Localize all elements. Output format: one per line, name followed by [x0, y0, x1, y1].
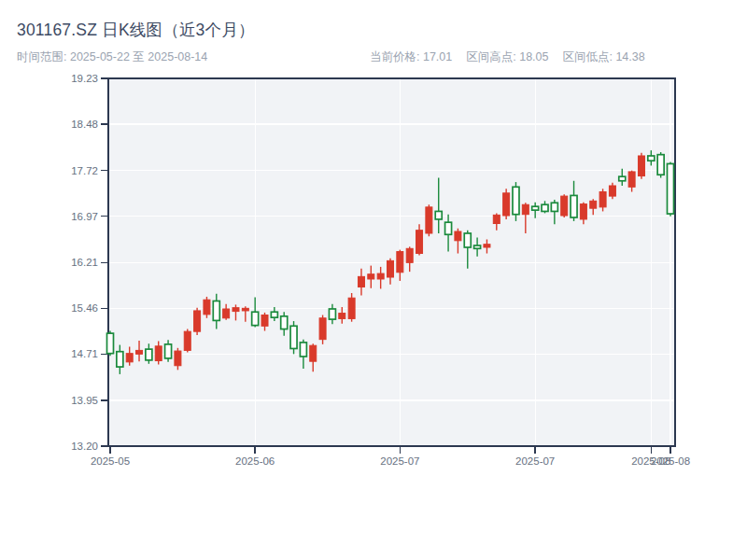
candle-body: [126, 354, 133, 362]
candle-body: [300, 343, 306, 357]
candle-body: [165, 344, 172, 358]
candle-body: [213, 301, 219, 320]
candle-body: [271, 312, 277, 317]
candle-body: [377, 273, 384, 279]
candle-body: [638, 156, 644, 176]
candle-body: [136, 350, 143, 354]
candle-body: [532, 206, 539, 210]
candle-body: [484, 245, 490, 247]
candle-body: [668, 163, 674, 214]
candle-body: [426, 207, 432, 233]
candle-body: [464, 233, 471, 247]
y-axis-label: 16.21: [71, 257, 98, 268]
y-axis-label: 19.23: [71, 73, 98, 84]
x-axis-label: 2025-08: [651, 455, 690, 467]
candle-body: [368, 274, 374, 279]
candle-body: [348, 298, 355, 318]
candle-body: [310, 345, 317, 361]
y-axis-label: 13.95: [71, 395, 98, 406]
candle-body: [155, 346, 162, 361]
candle-body: [233, 308, 239, 312]
candle-body: [319, 318, 326, 340]
candle-body: [503, 193, 510, 216]
candle-body: [561, 196, 568, 216]
candle-body: [513, 187, 519, 214]
candle-body: [261, 315, 268, 327]
candle-body: [242, 308, 248, 311]
candle-body: [474, 245, 481, 248]
candle-body: [339, 314, 345, 319]
candle-body: [542, 204, 548, 211]
candle-body: [194, 311, 201, 331]
candle-body: [223, 309, 230, 318]
candle-body: [590, 201, 597, 208]
candle-body: [551, 203, 557, 211]
candle-body: [435, 211, 442, 218]
candle-body: [117, 352, 123, 367]
candle-body: [175, 351, 181, 366]
kline-chart: 19.2318.4817.7216.9716.2115.4614.7113.95…: [0, 0, 747, 560]
candle-body: [406, 248, 413, 262]
candle-body: [571, 195, 577, 217]
x-axis-label: 2025-07: [380, 455, 419, 467]
page-root: { "header": { "title": "301167.SZ 日K线图（近…: [0, 0, 747, 560]
candle-body: [358, 276, 364, 287]
candle-body: [252, 312, 259, 325]
y-axis-label: 14.71: [71, 348, 98, 359]
candle-body: [281, 316, 288, 329]
candle-body: [290, 326, 297, 348]
x-axis-label: 2025-07: [515, 455, 555, 467]
candle-body: [445, 222, 452, 234]
y-axis-label: 16.97: [71, 211, 98, 222]
candle-body: [657, 155, 664, 175]
candle-body: [455, 231, 461, 241]
candle-body: [329, 309, 335, 319]
candle-body: [580, 204, 586, 219]
candle-body: [619, 176, 626, 181]
x-axis-label: 2025-05: [91, 455, 130, 467]
candle-body: [204, 300, 210, 315]
y-axis-label: 17.72: [71, 165, 98, 176]
x-axis-label: 2025-06: [235, 455, 275, 467]
candle-body: [522, 204, 529, 214]
candle-body: [184, 331, 190, 350]
y-axis-label: 18.48: [71, 119, 98, 130]
candle-body: [416, 231, 423, 254]
candle-body: [493, 215, 500, 223]
y-axis-label: 15.46: [71, 302, 98, 314]
candle-body: [388, 260, 394, 277]
y-axis-label: 13.20: [71, 441, 98, 452]
candle-body: [628, 172, 635, 187]
candle-body: [648, 156, 655, 161]
candle-body: [609, 186, 615, 196]
candle-body: [107, 333, 114, 354]
candle-body: [397, 252, 403, 273]
candle-body: [599, 192, 606, 207]
candle-body: [146, 349, 152, 360]
